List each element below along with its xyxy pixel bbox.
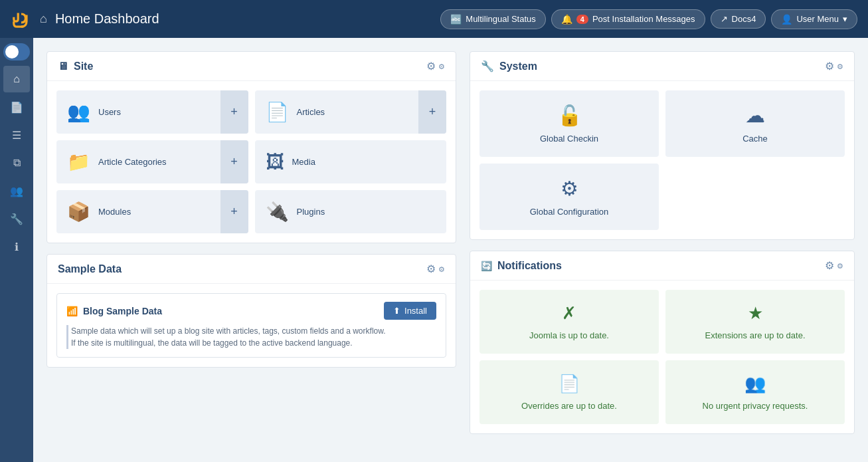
system-card-global-configuration[interactable]: ⚙ Global Configuration	[479, 164, 659, 230]
overrides-notif-label: Overrides are up to date.	[521, 401, 617, 411]
unlock-icon: 🔓	[557, 104, 582, 127]
sidebar-item-extensions[interactable]: ⧉	[3, 150, 30, 176]
sample-data-panel-gear[interactable]: ⚙ ⚙	[426, 263, 445, 275]
plugins-card-label: Plugins	[297, 207, 325, 217]
users-add-button[interactable]: +	[220, 90, 248, 134]
wifi-icon: 📶	[66, 306, 78, 316]
site-card-articles[interactable]: 📄 Articles +	[255, 90, 447, 134]
user-icon: 👤	[781, 14, 792, 25]
docs-button[interactable]: ↗ Docs4	[711, 9, 766, 29]
articles-card-label: Articles	[297, 107, 325, 117]
modules-card-icon: 📦	[67, 201, 90, 223]
blog-sample-data-header: 📶 Blog Sample Data ⬆ Install	[66, 302, 436, 320]
plugins-card-icon: 🔌	[266, 201, 289, 223]
privacy-notif-label: No urgent privacy requests.	[703, 401, 808, 411]
sample-data-panel-title: Sample Data	[58, 263, 122, 275]
right-column: 🔧 System ⚙ ⚙ 🔓 Global Checkin ☁	[470, 51, 855, 449]
sidebar-item-home[interactable]: ⌂	[3, 66, 30, 92]
privacy-icon: 👥	[744, 374, 766, 394]
gear-icon: ⚙	[426, 263, 436, 275]
site-card-users[interactable]: 👥 Users +	[56, 90, 248, 134]
sidebar-item-content[interactable]: 📄	[3, 94, 30, 120]
modules-add-button[interactable]: +	[220, 190, 248, 233]
sample-data-panel: Sample Data ⚙ ⚙ 📶 Blog Sample Data	[46, 254, 456, 368]
left-column: 🖥 Site ⚙ ⚙ 👥 Users +	[46, 51, 456, 449]
system-panel-header: 🔧 System ⚙ ⚙	[470, 52, 854, 81]
site-card-plugins[interactable]: 🔌 Plugins	[255, 190, 447, 233]
bell-icon: 🔔	[561, 14, 572, 25]
notifications-grid: ✗ Joomla is up to date. ★ Extensions are…	[470, 281, 854, 433]
gear-icon-2: ⚙	[837, 62, 843, 72]
docs-label: Docs4	[732, 14, 756, 24]
system-panel-gear[interactable]: ⚙ ⚙	[825, 60, 843, 72]
notifications-panel-header: 🔄 Notifications ⚙ ⚙	[470, 251, 854, 281]
sidebar-item-info[interactable]: ℹ	[3, 233, 30, 260]
notifications-panel-title: 🔄 Notifications	[481, 260, 562, 272]
joomla-notif-icon: ✗	[562, 303, 576, 324]
joomla-notif-label: Joomla is up to date.	[529, 330, 609, 340]
post-install-label: Post Installation Messages	[592, 14, 695, 24]
monitor-icon: 🖥	[58, 60, 68, 72]
notif-card-overrides: 📄 Overrides are up to date.	[479, 360, 659, 424]
media-card-label: Media	[292, 157, 315, 167]
gear-icon: ⚙	[825, 259, 834, 272]
header-home-icon: ⌂	[40, 12, 47, 26]
site-cards-grid: 👥 Users + 📄 Articles + 📁 Article Categor…	[47, 81, 456, 243]
article-categories-add-button[interactable]: +	[220, 140, 248, 183]
notifications-panel-gear[interactable]: ⚙ ⚙	[825, 259, 843, 272]
content-area: 🖥 Site ⚙ ⚙ 👥 Users +	[33, 38, 868, 462]
site-card-article-categories[interactable]: 📁 Article Categories +	[56, 140, 248, 183]
puzzle-icon: ⧉	[13, 157, 21, 169]
gear-config-icon: ⚙	[561, 177, 578, 200]
site-card-modules[interactable]: 📦 Modules +	[56, 190, 248, 233]
sample-data-panel-header: Sample Data ⚙ ⚙	[47, 255, 456, 284]
header-actions: 🔤 Multilingual Status 🔔 4 Post Installat…	[440, 9, 857, 29]
system-card-cache[interactable]: ☁ Cache	[665, 90, 845, 157]
user-menu-button[interactable]: 👤 User Menu ▾	[771, 9, 857, 29]
user-menu-label: User Menu	[796, 14, 839, 24]
list-icon: ☰	[12, 129, 21, 142]
joomla-logo-icon	[11, 9, 32, 30]
sidebar-item-menus[interactable]: ☰	[3, 122, 30, 148]
info-icon: ℹ	[15, 241, 19, 253]
article-categories-card-icon: 📁	[67, 151, 90, 173]
blog-sample-data-description: Sample data which will set up a blog sit…	[66, 325, 436, 349]
notification-badge: 4	[576, 15, 588, 24]
gear-icon: ⚙	[825, 60, 834, 72]
file-icon: 📄	[10, 101, 23, 114]
blog-sample-data-title: 📶 Blog Sample Data	[66, 306, 162, 316]
page-title: Home Dashboard	[55, 11, 159, 27]
sidebar-item-tools[interactable]: 🔧	[3, 205, 30, 232]
system-panel-title: 🔧 System	[481, 60, 537, 72]
sample-data-body: 📶 Blog Sample Data ⬆ Install Sample data…	[47, 284, 456, 367]
system-card-global-checkin[interactable]: 🔓 Global Checkin	[479, 90, 659, 157]
wrench-icon: 🔧	[10, 213, 23, 225]
multilingual-label: Multilingual Status	[466, 14, 536, 24]
gear-icon-2: ⚙	[438, 265, 445, 275]
sidebar: ⌂ 📄 ☰ ⧉ 👥 🔧 ℹ	[0, 38, 33, 462]
sidebar-item-users[interactable]: 👥	[3, 177, 30, 204]
system-card-empty	[665, 164, 845, 230]
users-card-icon: 👥	[67, 101, 90, 123]
home-icon: ⌂	[13, 73, 20, 85]
gear-icon-2: ⚙	[837, 262, 843, 272]
extensions-notif-label: Extensions are up to date.	[705, 330, 805, 340]
users-card-label: Users	[98, 107, 121, 117]
install-button[interactable]: ⬆ Install	[384, 302, 436, 320]
file-notif-icon: 📄	[559, 374, 580, 394]
post-install-button[interactable]: 🔔 4 Post Installation Messages	[551, 9, 705, 29]
articles-add-button[interactable]: +	[418, 90, 446, 134]
site-card-media[interactable]: 🖼 Media	[255, 140, 447, 183]
gear-icon: ⚙	[426, 60, 436, 72]
blog-sample-data-item: 📶 Blog Sample Data ⬆ Install Sample data…	[56, 293, 446, 358]
sidebar-toggle[interactable]	[3, 43, 30, 60]
site-panel-gear[interactable]: ⚙ ⚙	[426, 60, 445, 72]
media-card-icon: 🖼	[266, 151, 284, 173]
notif-card-privacy: 👥 No urgent privacy requests.	[665, 360, 845, 424]
article-categories-card-label: Article Categories	[98, 157, 167, 167]
users-icon: 👥	[10, 185, 23, 197]
header-logo: ⌂ Home Dashboard	[11, 9, 159, 30]
system-panel: 🔧 System ⚙ ⚙ 🔓 Global Checkin ☁	[470, 51, 855, 240]
multilingual-status-button[interactable]: 🔤 Multilingual Status	[440, 9, 546, 29]
site-panel-title: 🖥 Site	[58, 60, 93, 72]
